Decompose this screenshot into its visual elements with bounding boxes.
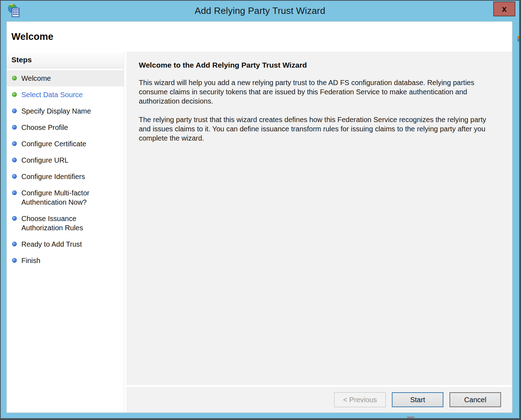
blue-step-bullet-icon [12, 141, 17, 146]
step-label: Ready to Add Trust [21, 240, 82, 249]
title-bar: Add Relying Party Trust Wizard x [1, 1, 519, 21]
step-item-ready-to-add-trust[interactable]: Ready to Add Trust [7, 236, 124, 252]
window-title: Add Relying Party Trust Wizard [195, 5, 325, 16]
page-header: Welcome [7, 22, 512, 52]
background-window-edge [407, 416, 414, 418]
step-item-configure-identifiers[interactable]: Configure Identifiers [7, 168, 124, 185]
adfs-trust-icon [6, 3, 21, 18]
blue-step-bullet-icon [12, 174, 17, 179]
step-item-choose-issuance-authorization-rules[interactable]: Choose Issuance Authorization Rules [7, 210, 124, 236]
blue-step-bullet-icon [12, 190, 17, 195]
blue-step-bullet-icon [12, 158, 17, 162]
cancel-button[interactable]: Cancel [449, 392, 501, 407]
background-window-edge [517, 36, 519, 39]
step-label: Configure Identifiers [21, 172, 85, 181]
step-label: Configure Multi-factor Authentication No… [21, 188, 98, 207]
step-item-configure-url[interactable]: Configure URL [7, 152, 124, 168]
step-item-select-data-source[interactable]: Select Data Source [7, 86, 124, 103]
page-title: Welcome [11, 31, 53, 42]
step-label: Configure Certificate [21, 139, 86, 148]
step-label: Choose Profile [21, 123, 68, 132]
content-heading: Welcome to the Add Relying Party Trust W… [139, 61, 499, 69]
step-label: Configure URL [21, 156, 68, 165]
step-label: Choose Issuance Authorization Rules [21, 214, 98, 232]
steps-list: WelcomeSelect Data SourceSpecify Display… [7, 68, 124, 269]
green-step-bullet-icon [12, 76, 17, 80]
green-step-bullet-icon [12, 92, 17, 97]
previous-button[interactable]: < Previous [334, 392, 386, 407]
dialog-body: Welcome Steps WelcomeSelect Data SourceS… [6, 21, 512, 413]
wizard-window: Add Relying Party Trust Wizard x Welcome… [0, 0, 521, 420]
step-item-finish[interactable]: Finish [7, 252, 124, 269]
step-label: Welcome [21, 74, 51, 83]
blue-step-bullet-icon [12, 242, 17, 246]
steps-sidebar: Steps WelcomeSelect Data SourceSpecify D… [7, 52, 124, 413]
step-item-configure-multi-factor-authentication-now[interactable]: Configure Multi-factor Authentication No… [7, 185, 124, 210]
blue-step-bullet-icon [12, 109, 17, 113]
step-item-choose-profile[interactable]: Choose Profile [7, 119, 124, 136]
button-bar: < PreviousStartCancel [126, 387, 512, 413]
step-item-welcome[interactable]: Welcome [7, 70, 124, 86]
step-label: Select Data Source [21, 90, 83, 99]
step-item-specify-display-name[interactable]: Specify Display Name [7, 103, 124, 119]
blue-step-bullet-icon [12, 125, 17, 130]
step-item-configure-certificate[interactable]: Configure Certificate [7, 136, 124, 152]
blue-step-bullet-icon [12, 216, 17, 221]
step-label: Finish [21, 256, 40, 265]
blue-step-bullet-icon [12, 258, 17, 263]
step-label: Specify Display Name [21, 106, 91, 116]
steps-header: Steps [7, 52, 124, 68]
detail-paragraph: The relying party trust that this wizard… [139, 115, 499, 143]
content-pane: Welcome to the Add Relying Party Trust W… [126, 52, 512, 385]
start-button[interactable]: Start [392, 392, 443, 407]
close-button[interactable]: x [493, 1, 515, 16]
intro-paragraph: This wizard will help you add a new rely… [139, 78, 499, 106]
background-window-edge [517, 39, 519, 42]
